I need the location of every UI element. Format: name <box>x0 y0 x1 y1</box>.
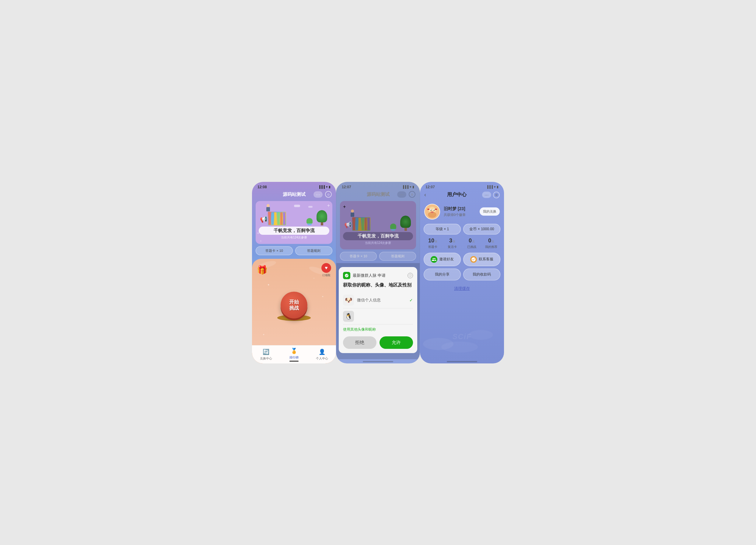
invite-friend-btn[interactable]: 邀请好友 <box>424 253 461 266</box>
dimmed-area: 最新微群人脉 申请 ⓘ 获取你的昵称、头像、地区及性别 🐶 微信个人信息 ✓ <box>336 263 420 359</box>
header-right-3: ··· ⊙ <box>482 192 500 198</box>
status-bar-2: 12:07 ▐▐▐ ▾ ▮ <box>336 182 420 191</box>
megaphone-icon-2: 📢 <box>344 221 352 229</box>
plus-icon-tr-2: + <box>343 204 346 209</box>
count-recommend: 0 次 我的推荐 <box>482 238 500 249</box>
count-unit-4: 次 <box>492 240 494 244</box>
start-challenge-button[interactable]: 开始挑战 <box>281 292 307 318</box>
exchange-icon: 🔄 <box>262 348 270 355</box>
stat-gold: 金币 × 1000.00 <box>463 224 500 235</box>
banner-illustration: 📢 <box>259 204 329 225</box>
battery-icon-2: ▮ <box>412 185 414 189</box>
bottom-nav-1: 🔄 兑换中心 🏅 排行榜 👤 个人中心 <box>252 345 336 363</box>
scan-icon-2[interactable]: ⊙ <box>409 191 415 198</box>
signal-icon: ▐▐▐ <box>318 185 325 189</box>
count-number-3: 0 <box>469 238 472 244</box>
dialog-main-text: 获取你的昵称、头像、地区及性别 <box>343 282 413 288</box>
contact-service-btn[interactable]: 联系客服 <box>463 253 500 266</box>
count-label-1: 答题卡 <box>428 245 437 249</box>
time-1: 12:08 <box>257 185 267 189</box>
screen2-header: 源码站测试 ··· ⊙ <box>336 191 420 200</box>
screen2-title: 源码站测试 <box>367 192 390 198</box>
plant-2 <box>391 228 395 231</box>
screen1-title: 源码站测试 <box>283 192 306 198</box>
rules-btn[interactable]: 答题规则 <box>295 246 332 255</box>
banner-buttons-2: 答题卡 × 10 答题规则 <box>340 252 416 261</box>
answer-card-btn[interactable]: 答题卡 × 10 <box>256 246 293 255</box>
my-payment-code-btn[interactable]: 我的收款码 <box>463 269 500 280</box>
clear-cache-text[interactable]: 清理缓存 <box>454 286 470 291</box>
battery-icon: ▮ <box>329 185 331 189</box>
count-number-4: 0 <box>488 238 491 244</box>
my-exchange-btn[interactable]: 我的兑换 <box>480 208 500 216</box>
svg-point-12 <box>441 341 478 352</box>
nav-item-ranking[interactable]: 🏅 排行榜 <box>280 347 308 361</box>
reject-button[interactable]: 拒绝 <box>343 336 376 349</box>
count-label-4: 我的推荐 <box>485 245 497 249</box>
screen3-header: ‹ 用户中心 ··· ⊙ <box>420 191 504 201</box>
plant-leaves <box>306 218 313 224</box>
user-avatar <box>424 204 440 220</box>
count-challenged: 0 次 已挑战 <box>463 238 481 249</box>
svg-point-5 <box>431 210 432 211</box>
header-right-icons-2: ··· ⊙ <box>397 191 415 198</box>
gift-icon: 🎁 <box>257 265 268 275</box>
dialog-option-wechat[interactable]: 🐶 微信个人信息 ✓ <box>343 292 413 308</box>
nav-label-ranking: 排行榜 <box>289 355 299 360</box>
wifi-icon: ▾ <box>326 185 327 189</box>
tree-2 <box>404 225 407 231</box>
answer-card-btn-2[interactable]: 答题卡 × 10 <box>340 252 377 261</box>
dialog-info-btn[interactable]: ⓘ <box>408 273 413 278</box>
count-label-3: 已挑战 <box>467 245 476 249</box>
invite-btn-label: 邀请好友 <box>439 257 454 262</box>
figure <box>265 204 271 213</box>
allow-button[interactable]: 允许 <box>380 336 413 349</box>
banner-main-title: 千帆竞发，百舸争流 <box>262 228 326 234</box>
svg-rect-8 <box>427 209 429 210</box>
more-icon[interactable]: ··· <box>313 191 323 198</box>
start-button-text: 开始挑战 <box>289 299 299 310</box>
count-number-2: 3 <box>449 238 452 244</box>
timer-label: 订领取 <box>322 273 331 277</box>
count-answer-card: 10 张 答题卡 <box>424 238 442 249</box>
scan-icon[interactable]: ⊙ <box>325 191 332 198</box>
wide-action-row: 我的分享 我的收款码 <box>420 269 504 283</box>
rules-btn-2[interactable]: 答题规则 <box>379 252 416 261</box>
option-avatar-other: 🐧 <box>343 311 354 322</box>
more-icon-2[interactable]: ··· <box>397 191 406 198</box>
screen3-title: 用户中心 <box>447 192 467 198</box>
dialog-link[interactable]: 使用其他头像和昵称 <box>343 327 413 332</box>
figure-head <box>267 204 270 207</box>
megaphone-icon: 📢 <box>260 216 268 223</box>
cloud1 <box>294 205 300 207</box>
permission-dialog: 最新微群人脉 申请 ⓘ 获取你的昵称、头像、地区及性别 🐶 微信个人信息 ✓ <box>339 267 417 353</box>
dialog-option-other[interactable]: 🐧 <box>343 308 413 324</box>
counts-row: 10 张 答题卡 3 张 复活卡 0 次 已挑战 <box>420 238 504 253</box>
timer-icon: ♥ 订领取 <box>321 263 331 277</box>
start-button-container: 开始挑战 <box>281 292 307 318</box>
count-number-1: 10 <box>428 238 434 244</box>
plus-icon-bl: + <box>260 239 262 243</box>
more-icon-3[interactable]: ··· <box>482 192 491 198</box>
plant-leaves-2 <box>390 224 396 229</box>
figure-2 <box>350 210 355 219</box>
action-row: 邀请好友 联系客服 <box>420 253 504 269</box>
service-btn-label: 联系客服 <box>479 257 493 262</box>
nav-item-profile[interactable]: 👤 个人中心 <box>308 348 336 361</box>
count-label-2: 复活卡 <box>448 245 457 249</box>
option-check: ✓ <box>409 298 413 302</box>
time-2: 12:07 <box>342 185 351 189</box>
sparkle2: ✦ <box>322 295 324 298</box>
back-button[interactable]: ‹ <box>424 192 432 198</box>
scan-icon-3[interactable]: ⊙ <box>493 192 500 198</box>
status-bar-3: 12:07 ▐▐▐ ▾ ▮ <box>420 182 504 191</box>
my-share-btn[interactable]: 我的分享 <box>424 269 461 280</box>
sparkle1: ✦ <box>267 283 270 286</box>
status-bar-1: 12:08 ▐▐▐ ▾ ▮ <box>252 182 336 191</box>
user-profile-section: 旧时梦 [23] 共获得0个徽章 我的兑换 <box>420 201 504 224</box>
banner-card-2: + 📢 <box>340 201 416 250</box>
signal-icon-2: ▐▐▐ <box>402 185 408 189</box>
nav-item-exchange[interactable]: 🔄 兑换中心 <box>252 348 280 361</box>
screen1-header: 源码站测试 ··· ⊙ <box>252 191 336 200</box>
books-stack <box>268 212 286 225</box>
